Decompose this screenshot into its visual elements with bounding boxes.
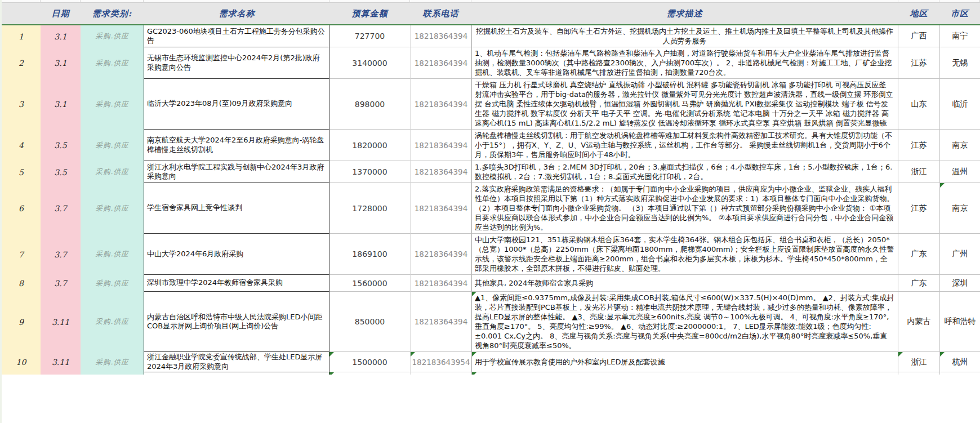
cell-demand-desc[interactable]: 干燥箱 压力机 行星式球磨机 真空烧结炉 直线振动筛 小型破碎机 混料罐 多功能… [471,79,898,130]
cell-city[interactable]: 南宁 [939,25,980,47]
cell-region[interactable]: 江苏 [898,183,939,234]
cell-contact-phone[interactable]: 18218364394 [410,25,471,47]
cell-city[interactable]: 无锡 [939,47,980,79]
cell-region[interactable]: 山东 [898,79,939,130]
cell-demand-name[interactable]: 无锡市生态环境监测监控中心2024年2月(第2批)政府采购意向公告 [144,47,329,79]
header-budget-amount[interactable]: 预算金额 [329,3,410,24]
cell-city[interactable]: 南京 [939,130,980,161]
cell-city[interactable]: 南京 [939,183,980,234]
cell-contact-phone[interactable]: 18218364394 [410,183,471,234]
cell-demand-desc[interactable]: 1.多喷头3D打印机，3台；2.MEM 3D打印机，20台；3.桌面式扫描仪，6… [471,161,898,183]
cell-date[interactable]: 3.7 [41,275,81,292]
cell-date[interactable]: 3.1 [41,47,81,79]
cell-city[interactable]: 广州 [939,234,980,275]
cell-demand-category[interactable]: 采购.供应 [81,25,144,47]
cell-budget-amount[interactable]: 898000 [329,79,410,130]
cell-demand-desc[interactable]: 2.落实政府采购政策需满足的资格要求：（如属于专门面向中小企业采购的项目，供应商… [471,183,898,234]
header-demand-name[interactable]: 需求名称 [144,3,329,24]
cell-row-number[interactable]: 10 [2,352,41,372]
cell-row-number[interactable]: 6 [2,183,41,234]
cell-region[interactable]: 广东 [898,275,939,292]
cell-contact-phone[interactable]: 18218364394 [410,161,471,183]
cell-date[interactable]: 3.7 [41,183,81,234]
cell-demand-name[interactable]: 南京航空航天大学2024年2至6月政府采购意向-涡轮盘榫槽慢走丝线切割机 [144,130,329,161]
header-city[interactable]: 市区 [939,3,980,24]
header-date[interactable]: 日期 [41,3,81,24]
cell-contact-phone[interactable]: 18218364394 [410,47,471,79]
cell-demand-category[interactable]: 采购.供应 [81,130,144,161]
cell-region[interactable]: 江苏 [898,47,939,79]
cell-demand-name[interactable]: 内蒙古自治区呼和浩特市中级人民法院采购LED小间距COB显示屏网上询价项目(网上… [144,292,329,352]
cell-demand-desc[interactable]: 挖掘机挖土石方及装车、自卸汽车土石方外运、挖掘机场内土方挖土及运土、推土机场内推… [471,25,898,47]
cell-city[interactable]: 深圳 [939,275,980,292]
cell-demand-name[interactable]: 临沂大学2023年08月(至)09月政府采购意向 [144,79,329,130]
cell-region[interactable]: 浙江 [898,352,939,372]
cell-demand-category[interactable]: 采购.供应 [81,47,144,79]
cell-demand-desc[interactable]: 中山大学南校园121、351栋采购钢木组合床364套，实木学生椅364张。钢木组… [471,234,898,275]
cell-budget-amount[interactable]: 850000 [329,292,410,352]
cell-demand-desc[interactable]: 其他家具, 2024年教师宿舍家具采购 [471,275,898,292]
cell-demand-category[interactable]: 采购.供应 [81,79,144,130]
header-demand-category[interactable]: 需求类别: [81,3,144,24]
cell-row-number[interactable]: 5 [2,161,41,183]
cell-budget-amount[interactable] [329,372,410,375]
cell-demand-desc[interactable]: 1、机动车尾气检测：包括柴油车尾气路检路查和柴油车入户抽测，对道路行驶柴油货车和… [471,47,898,79]
cell-city[interactable]: 温州 [939,161,980,183]
cell-region[interactable]: 江苏 [898,130,939,161]
cell-budget-amount[interactable]: 1728000 [329,183,410,234]
cell-date[interactable]: 3.11 [41,352,81,372]
cell-row-number[interactable]: 4 [2,130,41,161]
cell-city[interactable] [939,372,980,375]
cell-date[interactable] [41,372,81,375]
cell-row-number[interactable]: 3 [2,79,41,130]
cell-demand-category[interactable] [81,372,144,375]
cell-demand-category[interactable]: 采购.供应 [81,275,144,292]
cell-demand-name[interactable]: 浙江金融职业学院党委宣传统战部、学生处LED显示屏2024年3月政府采购意向 [144,352,329,372]
cell-date[interactable]: 3.5 [41,130,81,161]
cell-demand-desc[interactable] [471,372,898,375]
cell-demand-category[interactable]: 采购.供应 [81,183,144,234]
cell-budget-amount[interactable]: 1500000 [329,352,410,372]
cell-demand-desc[interactable]: 涡轮盘榫槽慢走丝线切割机：用于航空发动机涡轮盘榫槽等难加工材料复杂构件高效精密加… [471,130,898,161]
cell-region[interactable]: 内蒙古 [898,292,939,352]
cell-budget-amount[interactable]: 727700 [329,25,410,47]
cell-region[interactable]: 广西 [898,25,939,47]
cell-row-number[interactable] [2,372,41,375]
cell-demand-name[interactable]: 深圳市致理中学2024年教师宿舍家具采购 [144,275,329,292]
cell-contact-phone[interactable]: 18218364394 [410,234,471,275]
cell-demand-category[interactable]: 采购.供应 [81,234,144,275]
cell-demand-desc[interactable]: ▲1、像素间距≤0.9375mm,成像及封装:采用集成COB封装,箱体尺寸≤60… [471,292,898,352]
header-contact-phone[interactable]: 联系电话 [410,3,471,24]
cell-budget-amount[interactable]: 1370000 [329,161,410,183]
cell-date[interactable]: 3.1 [41,79,81,130]
cell-budget-amount[interactable]: 1560000 [329,275,410,292]
cell-contact-phone[interactable] [410,372,471,375]
cell-demand-name[interactable]: 学生宿舍家具网上竞争性谈判 [144,183,329,234]
cell-date[interactable]: 3.1 [41,25,81,47]
cell-row-number[interactable]: 9 [2,292,41,352]
cell-row-number[interactable]: 7 [2,234,41,275]
cell-budget-amount[interactable]: 1820000 [329,130,410,161]
cell-demand-name[interactable]: 中山大学2024年6月政府采购 [144,234,329,275]
cell-demand-name[interactable] [144,372,329,375]
cell-contact-phone[interactable]: 18218364394 [410,292,471,352]
cell-demand-name[interactable]: 浙江水利水电学院工程实践与创新中心2024年3月政府采购意向 [144,161,329,183]
cell-budget-amount[interactable]: 3140000 [329,47,410,79]
cell-row-number[interactable]: 8 [2,275,41,292]
header-region[interactable]: 地区 [898,3,939,24]
cell-demand-name[interactable]: GC2023-060地块项目土石方工程施工劳务分包采购公告 [144,25,329,47]
cell-city[interactable]: 杭州 [939,352,980,372]
cell-contact-phone[interactable]: 182183643954 [410,352,471,372]
header-row-number[interactable] [2,3,41,24]
cell-date[interactable]: 3.11 [41,292,81,352]
cell-demand-desc[interactable]: 用于学校宣传展示教育使用的户外和室内LED屏及配套设施 [471,352,898,372]
cell-demand-category[interactable]: 采购.供应 [81,292,144,352]
cell-row-number[interactable]: 1 [2,25,41,47]
cell-demand-category[interactable]: 采购.供应 [81,352,144,372]
cell-region[interactable] [898,372,939,375]
cell-budget-amount[interactable]: 1869100 [329,234,410,275]
cell-contact-phone[interactable]: 18218364394 [410,275,471,292]
header-demand-desc[interactable]: 需求描述 [471,3,898,24]
cell-contact-phone[interactable]: 18218364394 [410,130,471,161]
cell-contact-phone[interactable]: 18218364394 [410,79,471,130]
